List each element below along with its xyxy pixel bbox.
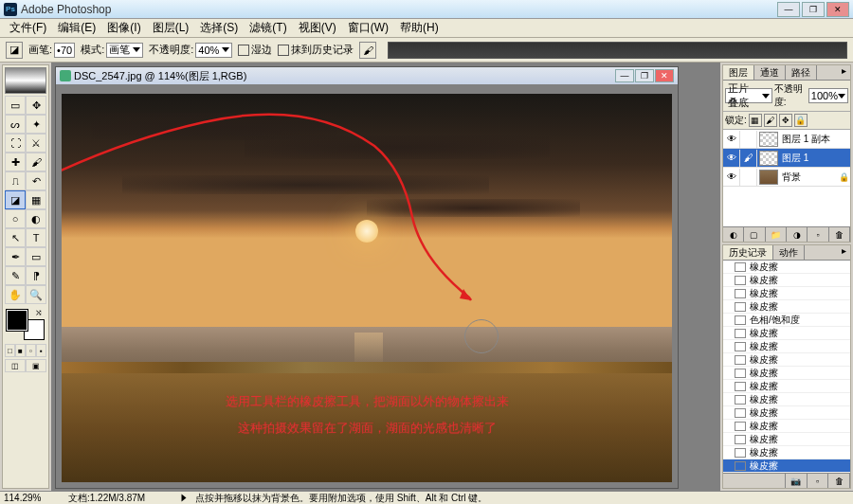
history-item[interactable]: 橡皮擦	[723, 287, 850, 300]
document-maximize-button[interactable]: ❐	[635, 69, 654, 82]
history-item[interactable]: 橡皮擦	[723, 433, 850, 446]
window-maximize-button[interactable]: ❐	[802, 2, 825, 17]
swap-colors-icon[interactable]: ⤭	[35, 308, 43, 317]
tab-history[interactable]: 历史记录	[723, 245, 773, 260]
lock-paint-icon[interactable]: 🖌	[764, 114, 777, 127]
layer-set-icon[interactable]: 📁	[766, 227, 787, 242]
history-item[interactable]: 橡皮擦	[723, 367, 850, 380]
document-minimize-button[interactable]: —	[615, 69, 634, 82]
menu-0[interactable]: 文件(F)	[4, 18, 52, 38]
new-layer-icon[interactable]: ▫	[808, 227, 828, 242]
zoom-tool[interactable]: 🔍	[26, 285, 46, 304]
blur-tool[interactable]: ○	[5, 209, 26, 228]
blend-mode-select[interactable]: 正片叠底	[725, 88, 772, 103]
lock-position-icon[interactable]: ✥	[779, 114, 792, 127]
hand-tool[interactable]: ✋	[5, 285, 26, 304]
screen-mode-1-icon[interactable]: ▫	[26, 344, 36, 357]
history-item[interactable]: 橡皮擦	[723, 300, 850, 314]
notes-tool[interactable]: ✎	[5, 266, 26, 285]
window-close-button[interactable]: ✕	[826, 2, 849, 17]
wand-tool[interactable]: ✦	[26, 115, 46, 134]
history-item[interactable]: 橡皮擦	[723, 327, 850, 340]
menu-4[interactable]: 选择(S)	[194, 18, 244, 38]
path-tool[interactable]: ↖	[5, 228, 26, 247]
jump-to-imageready-icon[interactable]: ◫	[5, 359, 26, 372]
heal-tool[interactable]: ✚	[5, 153, 26, 171]
tab-paths[interactable]: 路径	[786, 65, 817, 80]
history-item[interactable]: 橡皮擦	[723, 393, 850, 406]
history-item[interactable]: 橡皮擦	[723, 274, 850, 287]
layer-opacity-input[interactable]: 100%	[808, 88, 848, 103]
history-item[interactable]: 橡皮擦	[723, 406, 850, 420]
adjustment-layer-icon[interactable]: ◑	[787, 227, 808, 242]
lock-transparency-icon[interactable]: ▦	[749, 114, 762, 127]
layers-panel-menu-icon[interactable]: ▸	[837, 65, 850, 80]
menu-7[interactable]: 窗口(W)	[342, 18, 394, 38]
menu-6[interactable]: 视图(V)	[293, 18, 342, 38]
history-item[interactable]: 橡皮擦	[723, 380, 850, 393]
document-close-button[interactable]: ✕	[655, 69, 674, 82]
marquee-tool[interactable]: ▭	[5, 96, 26, 115]
layer-row[interactable]: 👁图层 1 副本	[723, 130, 850, 149]
history-item[interactable]: 橡皮擦	[723, 420, 850, 433]
layer-mask-icon[interactable]: ▢	[744, 227, 765, 242]
screen-full-icon[interactable]: ▣	[26, 359, 46, 372]
layer-row[interactable]: 👁背景🔒	[723, 168, 850, 187]
type-tool[interactable]: T	[26, 228, 46, 247]
quickmask-mode-icon[interactable]: ■	[15, 344, 26, 357]
screen-mode-2-icon[interactable]: ▪	[36, 344, 46, 357]
layer-link-icon[interactable]	[740, 131, 757, 148]
eraser-tool[interactable]: ◪	[5, 190, 26, 209]
stamp-tool[interactable]: ⎍	[5, 171, 26, 190]
history-item[interactable]: 色相/饱和度	[723, 314, 850, 327]
slice-tool[interactable]: ⚔	[26, 134, 46, 153]
standard-mode-icon[interactable]: □	[5, 344, 15, 357]
menu-5[interactable]: 滤镜(T)	[244, 18, 292, 38]
gradient-tool[interactable]: ▦	[26, 190, 46, 209]
lock-all-icon[interactable]: 🔒	[794, 114, 808, 127]
layer-visibility-icon[interactable]: 👁	[723, 150, 740, 167]
brush-preview-icon[interactable]: 🖌	[359, 42, 376, 59]
layer-style-icon[interactable]: ◐	[723, 227, 744, 242]
layer-link-icon[interactable]: 🖌	[740, 150, 757, 167]
document-canvas[interactable]: 选用工具栏的橡皮擦工具，把湖面以外的物体擦出来 这种拍摄效果留在了湖面，湖面的光…	[56, 84, 678, 488]
mode-select[interactable]: 画笔	[106, 43, 143, 58]
tab-actions[interactable]: 动作	[773, 245, 805, 260]
status-menu-icon[interactable]	[182, 495, 187, 502]
new-snapshot-icon[interactable]: 📷	[786, 474, 808, 488]
layer-visibility-icon[interactable]: 👁	[723, 169, 740, 186]
status-doc-size[interactable]: 文档:1.22M/3.87M	[68, 492, 172, 505]
tab-layers[interactable]: 图层	[723, 65, 754, 80]
history-item[interactable]: 橡皮擦	[723, 353, 850, 367]
erase-to-history-checkbox[interactable]: 抹到历史记录	[278, 43, 354, 57]
menu-1[interactable]: 编辑(E)	[52, 18, 101, 38]
document-titlebar[interactable]: DSC_2547.jpg @ 114%(图层 1,RGB) — ❐ ✕	[56, 67, 678, 84]
pen-tool[interactable]: ✒	[5, 247, 26, 266]
brush-picker[interactable]: •70	[54, 43, 75, 58]
menu-8[interactable]: 帮助(H)	[394, 18, 445, 38]
delete-state-icon[interactable]: 🗑	[828, 474, 850, 488]
shape-tool[interactable]: ▭	[26, 247, 46, 266]
menu-2[interactable]: 图像(I)	[101, 18, 146, 38]
opacity-input[interactable]: 40%	[195, 43, 232, 58]
history-item[interactable]: 橡皮擦	[723, 459, 850, 473]
wet-edges-checkbox[interactable]: 湿边	[238, 43, 272, 57]
eyedropper-tool[interactable]: ⁋	[26, 266, 46, 285]
delete-layer-icon[interactable]: 🗑	[829, 227, 850, 242]
crop-tool[interactable]: ⛶	[5, 134, 26, 153]
status-zoom[interactable]: 114.29%	[4, 493, 61, 503]
history-item[interactable]: 橡皮擦	[723, 261, 850, 274]
menu-3[interactable]: 图层(L)	[147, 18, 195, 38]
layer-row[interactable]: 👁🖌图层 1	[723, 149, 850, 168]
history-item[interactable]: 橡皮擦	[723, 446, 850, 459]
new-document-icon[interactable]: ▫	[808, 474, 829, 488]
dodge-tool[interactable]: ◐	[26, 209, 46, 228]
move-tool[interactable]: ✥	[26, 96, 46, 115]
brush-tool[interactable]: 🖌	[26, 153, 46, 171]
window-minimize-button[interactable]: —	[777, 2, 800, 17]
layer-visibility-icon[interactable]: 👁	[723, 131, 740, 148]
lasso-tool[interactable]: ᔕ	[5, 115, 26, 134]
history-brush-tool[interactable]: ↶	[26, 171, 46, 190]
tab-channels[interactable]: 通道	[754, 65, 786, 80]
foreground-color[interactable]	[7, 310, 27, 331]
